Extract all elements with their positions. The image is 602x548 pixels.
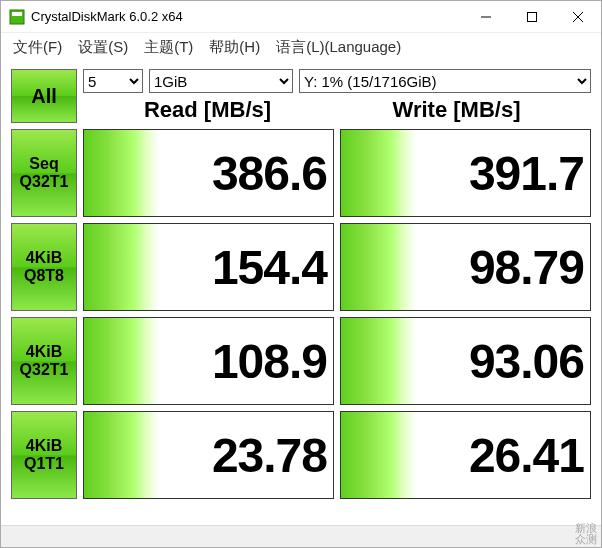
menubar: 文件(F) 设置(S) 主题(T) 帮助(H) 语言(L)(Language) <box>1 33 601 61</box>
read-value: 154.4 <box>83 223 334 311</box>
minimize-button[interactable] <box>463 1 509 32</box>
menu-file[interactable]: 文件(F) <box>5 36 70 59</box>
write-value: 98.79 <box>340 223 591 311</box>
test-size-select[interactable]: 1GiB <box>149 69 293 93</box>
menu-theme[interactable]: 主题(T) <box>136 36 201 59</box>
test-button-4k-q1t1[interactable]: 4KiB Q1T1 <box>11 411 77 499</box>
svg-rect-3 <box>528 12 537 21</box>
maximize-button[interactable] <box>509 1 555 32</box>
test-count-select[interactable]: 5 <box>83 69 143 93</box>
test-row: Seq Q32T1 386.6 391.7 <box>11 129 591 217</box>
drive-select[interactable]: Y: 1% (15/1716GiB) <box>299 69 591 93</box>
run-all-button[interactable]: All <box>11 69 77 123</box>
read-value: 386.6 <box>83 129 334 217</box>
write-value: 391.7 <box>340 129 591 217</box>
statusbar <box>1 525 601 547</box>
window-title: CrystalDiskMark 6.0.2 x64 <box>31 9 463 24</box>
results-grid: Seq Q32T1 386.6 391.7 4KiB Q8T8 154.4 98… <box>11 129 591 499</box>
close-button[interactable] <box>555 1 601 32</box>
menu-language[interactable]: 语言(L)(Language) <box>268 36 409 59</box>
titlebar: CrystalDiskMark 6.0.2 x64 <box>1 1 601 33</box>
test-row: 4KiB Q8T8 154.4 98.79 <box>11 223 591 311</box>
test-button-4k-q32t1[interactable]: 4KiB Q32T1 <box>11 317 77 405</box>
app-window: CrystalDiskMark 6.0.2 x64 文件(F) 设置(S) 主题… <box>0 0 602 548</box>
write-value: 26.41 <box>340 411 591 499</box>
read-value: 108.9 <box>83 317 334 405</box>
menu-help[interactable]: 帮助(H) <box>201 36 268 59</box>
write-value: 93.06 <box>340 317 591 405</box>
read-value: 23.78 <box>83 411 334 499</box>
app-icon <box>9 9 25 25</box>
watermark: 新浪 众测 <box>575 523 597 545</box>
svg-rect-1 <box>12 12 22 16</box>
content: All 5 1GiB Y: 1% (15/1716GiB) Read [MB/s… <box>1 61 601 515</box>
test-button-4k-q8t8[interactable]: 4KiB Q8T8 <box>11 223 77 311</box>
header-write: Write [MB/s] <box>332 97 581 123</box>
test-row: 4KiB Q1T1 23.78 26.41 <box>11 411 591 499</box>
header-read: Read [MB/s] <box>83 97 332 123</box>
test-button-seq-q32t1[interactable]: Seq Q32T1 <box>11 129 77 217</box>
menu-settings[interactable]: 设置(S) <box>70 36 136 59</box>
test-row: 4KiB Q32T1 108.9 93.06 <box>11 317 591 405</box>
